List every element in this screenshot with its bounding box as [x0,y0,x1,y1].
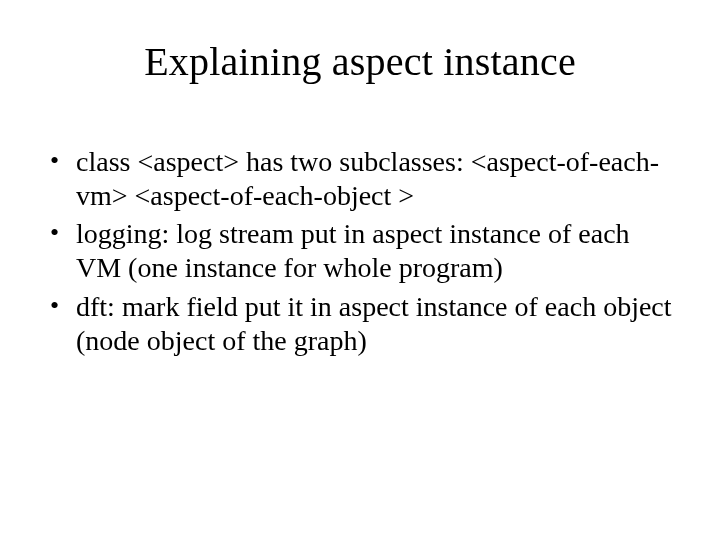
bullet-item: class <aspect> has two subclasses: <aspe… [46,145,674,213]
bullet-item: logging: log stream put in aspect instan… [46,217,674,285]
slide-title: Explaining aspect instance [40,38,680,85]
bullet-list: class <aspect> has two subclasses: <aspe… [40,145,680,358]
slide: Explaining aspect instance class <aspect… [0,0,720,540]
bullet-item: dft: mark field put it in aspect instanc… [46,290,674,358]
